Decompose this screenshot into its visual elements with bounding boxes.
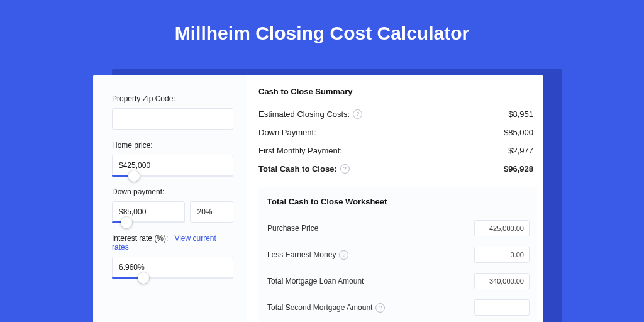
summary-total-value: $96,928 xyxy=(504,164,533,174)
down-payment-pct-field: 20% xyxy=(190,201,233,223)
down-payment-label: Down payment: xyxy=(112,187,233,196)
interest-rate-input[interactable]: 6.960% xyxy=(112,257,233,278)
summary-value: $8,951 xyxy=(508,109,533,119)
summary-row-total: Total Cash to Close: ? $96,928 xyxy=(258,160,537,178)
down-payment-pct-input[interactable]: 20% xyxy=(190,201,233,223)
worksheet-title: Total Cash to Close Worksheet xyxy=(267,197,530,206)
summary-value: $2,977 xyxy=(508,146,533,155)
zip-input[interactable] xyxy=(112,108,233,130)
summary-total-label: Total Cash to Close: xyxy=(258,164,337,174)
summary-row-closing-costs: Estimated Closing Costs: ? $8,951 xyxy=(258,105,537,123)
zip-label: Property Zip Code: xyxy=(112,94,233,103)
interest-rate-slider-thumb[interactable] xyxy=(138,272,149,284)
interest-rate-label: Interest rate (%): xyxy=(112,234,168,243)
worksheet-input-earnest-money[interactable]: 0.00 xyxy=(474,247,530,263)
worksheet-row-purchase-price: Purchase Price 425,000.00 xyxy=(267,215,530,242)
help-icon[interactable]: ? xyxy=(340,164,350,174)
worksheet-input-loan-amount[interactable]: 340,000.00 xyxy=(474,273,530,289)
summary-label: Estimated Closing Costs: xyxy=(258,109,350,119)
help-icon[interactable]: ? xyxy=(375,303,385,313)
down-payment-row: $85,000 20% xyxy=(112,201,233,223)
worksheet-row-second-mortgage: Total Second Mortgage Amount ? xyxy=(267,294,530,321)
summary-label: Down Payment: xyxy=(258,128,316,137)
worksheet-row-earnest-money: Less Earnest Money ? 0.00 xyxy=(267,242,530,268)
down-payment-amount-field: $85,000 xyxy=(112,201,185,223)
interest-rate-label-row: Interest rate (%): View current rates xyxy=(112,234,233,252)
inputs-panel: Property Zip Code: Home price: $425,000 … xyxy=(93,75,247,322)
summary-row-down-payment: Down Payment: $85,000 xyxy=(258,123,537,142)
worksheet-label: Purchase Price xyxy=(267,224,318,233)
home-price-slider-thumb[interactable] xyxy=(128,170,140,182)
interest-rate-field: 6.960% xyxy=(112,257,233,278)
worksheet-label: Less Earnest Money xyxy=(267,250,336,259)
worksheet-label: Total Second Mortgage Amount xyxy=(267,303,372,312)
summary-label: First Monthly Payment: xyxy=(258,146,342,155)
calculator-card: Property Zip Code: Home price: $425,000 … xyxy=(93,75,543,322)
summary-panel: Cash to Close Summary Estimated Closing … xyxy=(247,75,543,322)
worksheet-row-loan-amount: Total Mortgage Loan Amount 340,000.00 xyxy=(267,268,530,294)
worksheet-label: Total Mortgage Loan Amount xyxy=(267,277,364,286)
down-payment-slider-thumb[interactable] xyxy=(121,217,132,228)
worksheet-input-purchase-price[interactable]: 425,000.00 xyxy=(474,220,530,236)
home-price-label: Home price: xyxy=(112,141,233,150)
page-title: Millheim Closing Cost Calculator xyxy=(0,0,644,44)
home-price-field: $425,000 xyxy=(112,155,233,176)
summary-row-first-payment: First Monthly Payment: $2,977 xyxy=(258,142,537,160)
help-icon[interactable]: ? xyxy=(353,109,362,119)
summary-value: $85,000 xyxy=(504,128,533,137)
summary-title: Cash to Close Summary xyxy=(258,87,537,96)
worksheet-input-second-mortgage[interactable] xyxy=(474,299,530,316)
worksheet-panel: Total Cash to Close Worksheet Purchase P… xyxy=(258,187,537,322)
help-icon[interactable]: ? xyxy=(339,250,348,260)
